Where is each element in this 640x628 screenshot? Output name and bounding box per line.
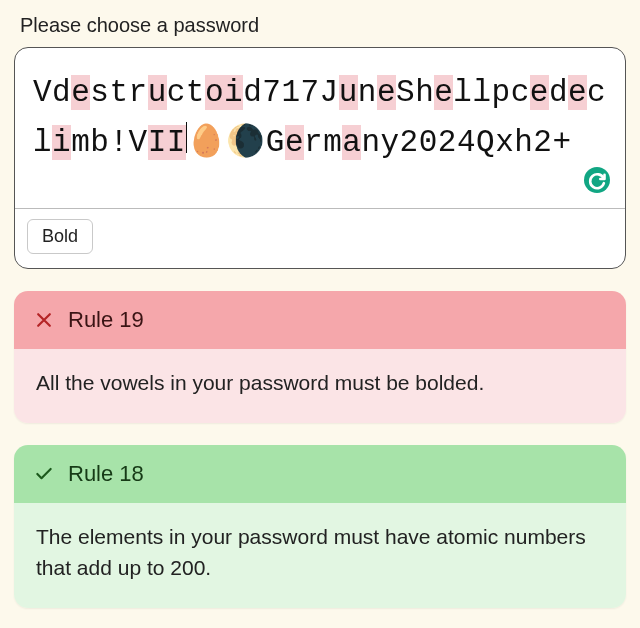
password-editor: Vdestructoid717JuneShellpcedeclimb!VII🥚🌘… <box>14 47 626 269</box>
password-input[interactable]: Vdestructoid717JuneShellpcedeclimb!VII🥚🌘… <box>15 48 625 208</box>
bold-button[interactable]: Bold <box>27 219 93 254</box>
rule-header: Rule 18 <box>14 445 626 503</box>
editor-toolbar: Bold <box>15 208 625 268</box>
rule-card-19: Rule 19All the vowels in your password m… <box>14 291 626 423</box>
rule-text: The elements in your password must have … <box>14 503 626 608</box>
rule-card-18: Rule 18The elements in your password mus… <box>14 445 626 608</box>
prompt-label: Please choose a password <box>20 14 626 37</box>
grammarly-icon[interactable] <box>583 166 611 194</box>
rule-text: All the vowels in your password must be … <box>14 349 626 423</box>
rule-title: Rule 18 <box>68 461 144 487</box>
check-icon <box>34 464 54 484</box>
rule-header: Rule 19 <box>14 291 626 349</box>
password-text[interactable]: Vdestructoid717JuneShellpcedeclimb!VII🥚🌘… <box>33 68 607 167</box>
rule-title: Rule 19 <box>68 307 144 333</box>
x-icon <box>34 310 54 330</box>
